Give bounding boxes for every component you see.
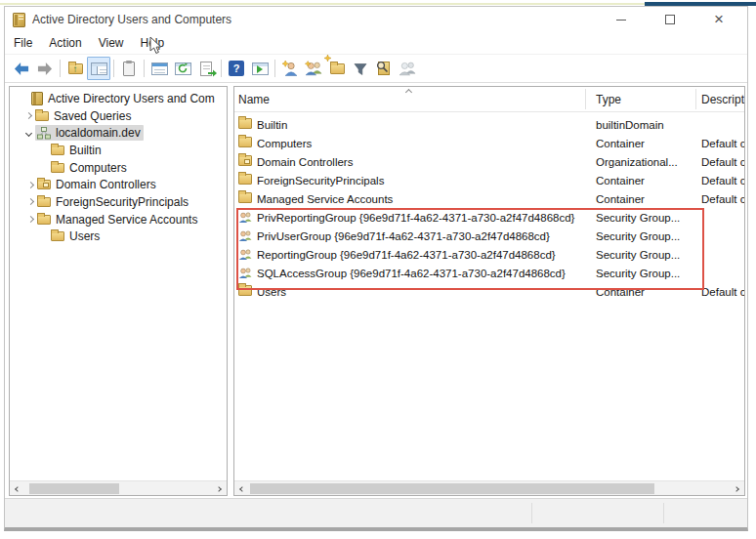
menu-file[interactable]: File <box>14 36 32 50</box>
group-icon <box>238 248 253 261</box>
tree-item-label: Builtin <box>69 144 102 157</box>
toolbar-separator <box>144 60 145 77</box>
title-bar: Active Directory Users and Computers × <box>5 7 747 32</box>
tree-item-saved-queries[interactable]: Saved Queries <box>10 107 227 125</box>
mouse-cursor-icon <box>148 36 162 56</box>
list-row-managed-service-accounts[interactable]: Managed Service Accounts Container Defau… <box>234 189 744 208</box>
list-row-computers[interactable]: Computers Container Default c <box>234 134 744 152</box>
menu-action[interactable]: Action <box>49 36 81 50</box>
folder-icon <box>37 215 51 225</box>
show-console-tree-icon[interactable] <box>87 57 110 80</box>
tree-item-label: Active Directory Users and Com <box>48 92 215 105</box>
folder-icon <box>35 111 49 121</box>
maximize-button[interactable] <box>648 7 693 32</box>
back-icon[interactable] <box>10 57 33 80</box>
chevron-right-icon[interactable] <box>23 180 37 189</box>
scrollbar-thumb[interactable] <box>250 483 654 494</box>
list-row-users[interactable]: Users Container Default c <box>234 282 744 301</box>
list-horizontal-scrollbar[interactable] <box>234 480 744 495</box>
toolbar-separator <box>274 60 275 77</box>
aduc-window: Active Directory Users and Computers × F… <box>4 6 748 531</box>
tree-item-foreign-security-principals[interactable]: ForeignSecurityPrincipals <box>10 193 227 211</box>
column-header-name[interactable]: Name <box>238 93 270 106</box>
object-list-panel: Name Type Description Builtin builtinDom… <box>233 86 745 496</box>
list-row-priv-user-group[interactable]: PrivUserGroup {96e9d71f-4a62-4371-a730-a… <box>234 227 744 245</box>
tree-item-computers[interactable]: Computers <box>10 159 227 177</box>
top-edge-strip <box>0 3 756 5</box>
list-header: Name Type Description <box>234 87 744 112</box>
tree-item-managed-service-accounts[interactable]: Managed Service Accounts <box>10 211 227 228</box>
domain-icon <box>37 127 51 140</box>
forward-icon[interactable] <box>33 57 57 80</box>
tree-horizontal-scrollbar[interactable] <box>10 480 227 495</box>
folder-icon <box>51 145 64 155</box>
up-one-level-icon[interactable]: ↑ <box>63 57 87 80</box>
properties-icon[interactable] <box>117 57 141 80</box>
refresh-icon[interactable] <box>171 57 194 80</box>
scrollbar-thumb[interactable] <box>29 483 119 494</box>
folder-icon <box>238 285 252 296</box>
scroll-left-icon[interactable] <box>12 483 23 494</box>
tree-item-localdomain[interactable]: localdomain.dev <box>10 124 227 142</box>
folder-icon <box>238 118 252 129</box>
help-topics-icon[interactable] <box>248 57 272 80</box>
column-header-type[interactable]: Type <box>596 93 621 106</box>
folder-icon <box>238 174 252 185</box>
scroll-right-icon[interactable] <box>731 483 742 494</box>
toolbar-separator <box>60 60 61 77</box>
new-user-icon[interactable] <box>278 57 302 80</box>
list-row-domain-controllers[interactable]: Domain Controllers Organizational... Def… <box>234 152 744 171</box>
sort-ascending-icon <box>406 90 413 95</box>
folder-icon <box>238 192 252 203</box>
tree-item-root[interactable]: Active Directory Users and Com <box>10 90 227 107</box>
window-controls: × <box>599 7 741 32</box>
tree-item-domain-controllers[interactable]: Domain Controllers <box>10 176 227 193</box>
help-icon[interactable]: ? <box>225 57 248 80</box>
list-row-sql-access-group[interactable]: SQLAccessGroup {96e9d71f-4a62-4371-a730-… <box>234 264 744 282</box>
close-button[interactable]: × <box>696 7 741 32</box>
group-icon <box>238 229 253 242</box>
group-icon <box>238 267 253 279</box>
filter-icon[interactable] <box>349 57 372 80</box>
chevron-down-icon[interactable] <box>21 128 35 138</box>
export-list-icon[interactable] <box>194 57 218 80</box>
group-icon <box>238 211 253 224</box>
scroll-right-icon[interactable] <box>213 483 225 494</box>
new-group-icon[interactable] <box>302 57 325 80</box>
status-bar <box>5 498 747 527</box>
folder-icon <box>51 163 64 173</box>
folder-icon <box>51 231 64 241</box>
find-icon[interactable] <box>372 57 396 80</box>
selected-tree-item: localdomain.dev <box>35 125 144 141</box>
console-app-icon <box>13 13 25 27</box>
menu-bar: File Action View Help <box>5 32 747 54</box>
minimize-button[interactable] <box>599 7 644 32</box>
new-organizational-unit-icon[interactable] <box>325 57 349 80</box>
list-row-priv-reporting-group[interactable]: PrivReportingGroup {96e9d71f-4a62-4371-a… <box>234 208 744 227</box>
chevron-right-icon[interactable] <box>23 197 37 207</box>
tree-item-label: Domain Controllers <box>56 178 156 191</box>
toolbar: ↑ <box>5 54 747 83</box>
list-row-reporting-group[interactable]: ReportingGroup {96e9d71f-4a62-4371-a730-… <box>234 245 744 264</box>
toolbar-separator <box>113 60 114 77</box>
toolbar-separator <box>221 60 222 77</box>
folder-icon <box>37 197 51 207</box>
tree-item-label: Computers <box>69 161 127 175</box>
chevron-right-icon[interactable] <box>23 215 37 225</box>
list-row-foreign-security-principals[interactable]: ForeignSecurityPrincipals Container Defa… <box>234 171 744 189</box>
scroll-left-icon[interactable] <box>236 483 248 494</box>
security-group-icon[interactable] <box>396 57 419 80</box>
tree-item-builtin[interactable]: Builtin <box>10 142 227 159</box>
list-view-icon[interactable] <box>147 57 171 80</box>
tree-item-label: Managed Service Accounts <box>56 213 197 227</box>
column-header-description[interactable]: Description <box>701 93 744 106</box>
list-row-builtin[interactable]: Builtin builtinDomain <box>234 115 744 134</box>
tree-item-label: Saved Queries <box>54 109 131 123</box>
tree-item-users[interactable]: Users <box>10 228 227 246</box>
menu-view[interactable]: View <box>99 36 124 50</box>
object-list: Builtin builtinDomain Computers Containe… <box>234 115 744 301</box>
chevron-right-icon[interactable] <box>21 111 35 121</box>
tree-item-label: localdomain.dev <box>56 126 141 140</box>
folder-icon <box>238 137 252 147</box>
tree-item-label: Users <box>69 229 100 243</box>
